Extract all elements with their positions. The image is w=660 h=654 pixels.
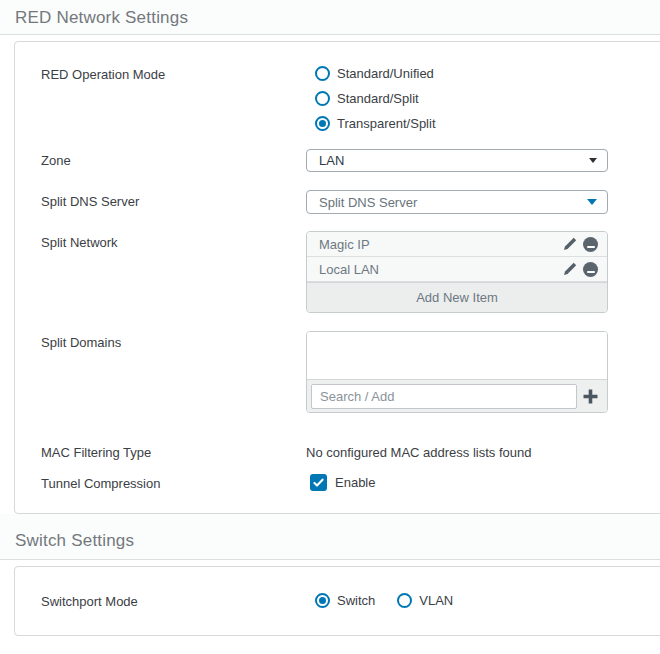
split-network-list: Magic IP Local LAN bbox=[306, 231, 608, 313]
radio-icon bbox=[315, 91, 330, 106]
split-dns-label: Split DNS Server bbox=[41, 190, 306, 209]
list-item-label: Magic IP bbox=[319, 237, 370, 252]
switch-section-title: Switch Settings bbox=[0, 514, 660, 560]
radio-transparent-split[interactable]: Transparent/Split bbox=[315, 116, 608, 131]
list-item-magic-ip: Magic IP bbox=[307, 232, 607, 257]
switch-section: Switch Settings Switchport Mode Switch V… bbox=[0, 514, 660, 636]
radio-icon bbox=[315, 66, 330, 81]
row-split-network: Split Network Magic IP bbox=[41, 231, 660, 313]
split-network-label: Split Network bbox=[41, 231, 306, 250]
add-icon[interactable] bbox=[577, 388, 603, 405]
radio-switch[interactable]: Switch bbox=[315, 593, 375, 608]
zone-select[interactable]: LAN bbox=[306, 149, 608, 172]
radio-vlan[interactable]: VLAN bbox=[397, 593, 453, 608]
row-split-dns: Split DNS Server Split DNS Server bbox=[41, 190, 660, 214]
checkbox-label: Enable bbox=[335, 475, 375, 490]
radio-label: VLAN bbox=[419, 593, 453, 608]
split-dns-select[interactable]: Split DNS Server bbox=[306, 190, 608, 214]
edit-icon[interactable] bbox=[563, 237, 577, 251]
split-domains-list bbox=[307, 332, 607, 379]
switchport-mode-label: Switchport Mode bbox=[41, 593, 306, 609]
row-switchport-mode: Switchport Mode Switch VLAN bbox=[41, 593, 660, 609]
switchport-mode-radio-group: Switch VLAN bbox=[306, 593, 608, 608]
radio-selected-icon bbox=[315, 593, 330, 608]
row-mac-filtering: MAC Filtering Type No configured MAC add… bbox=[41, 444, 660, 460]
tunnel-compression-label: Tunnel Compression bbox=[41, 474, 306, 491]
search-add-input[interactable] bbox=[311, 384, 577, 409]
edit-icon[interactable] bbox=[563, 262, 577, 276]
red-network-section: RED Network Settings RED Operation Mode … bbox=[0, 0, 660, 514]
radio-label: Standard/Split bbox=[337, 91, 419, 106]
radio-standard-split[interactable]: Standard/Split bbox=[315, 91, 608, 106]
remove-icon[interactable] bbox=[583, 262, 598, 277]
chevron-down-icon bbox=[589, 158, 597, 163]
split-domains-toolbar bbox=[307, 379, 607, 412]
row-zone: Zone LAN bbox=[41, 149, 660, 172]
radio-label: Standard/Unified bbox=[337, 66, 434, 81]
radio-label: Transparent/Split bbox=[337, 116, 436, 131]
row-tunnel-compression: Tunnel Compression Enable bbox=[41, 474, 660, 491]
remove-icon[interactable] bbox=[583, 237, 598, 252]
operation-mode-radio-group: Standard/Unified Standard/Split Transpar… bbox=[306, 66, 608, 131]
split-dns-select-value: Split DNS Server bbox=[319, 195, 417, 210]
radio-icon bbox=[397, 593, 412, 608]
split-domains-label: Split Domains bbox=[41, 331, 306, 350]
red-settings-panel: RED Operation Mode Standard/Unified Stan… bbox=[14, 41, 660, 514]
operation-mode-label: RED Operation Mode bbox=[41, 66, 306, 82]
row-split-domains: Split Domains bbox=[41, 331, 660, 413]
radio-label: Switch bbox=[337, 593, 375, 608]
tunnel-compression-checkbox[interactable]: Enable bbox=[306, 474, 608, 491]
radio-standard-unified[interactable]: Standard/Unified bbox=[315, 66, 608, 81]
radio-selected-icon bbox=[315, 116, 330, 131]
row-operation-mode: RED Operation Mode Standard/Unified Stan… bbox=[41, 66, 660, 131]
mac-filtering-label: MAC Filtering Type bbox=[41, 444, 306, 460]
split-domains-box bbox=[306, 331, 608, 413]
zone-select-value: LAN bbox=[319, 153, 344, 168]
red-section-title: RED Network Settings bbox=[0, 0, 660, 35]
list-item-label: Local LAN bbox=[319, 262, 379, 277]
chevron-down-icon bbox=[587, 199, 597, 205]
red-settings-page: RED Network Settings RED Operation Mode … bbox=[0, 0, 660, 636]
switch-settings-panel: Switchport Mode Switch VLAN bbox=[14, 566, 660, 636]
list-item-local-lan: Local LAN bbox=[307, 257, 607, 282]
checkbox-checked-icon bbox=[310, 474, 327, 491]
mac-filtering-value: No configured MAC address lists found bbox=[306, 444, 608, 460]
zone-label: Zone bbox=[41, 149, 306, 168]
add-new-item-button[interactable]: Add New Item bbox=[307, 282, 607, 312]
